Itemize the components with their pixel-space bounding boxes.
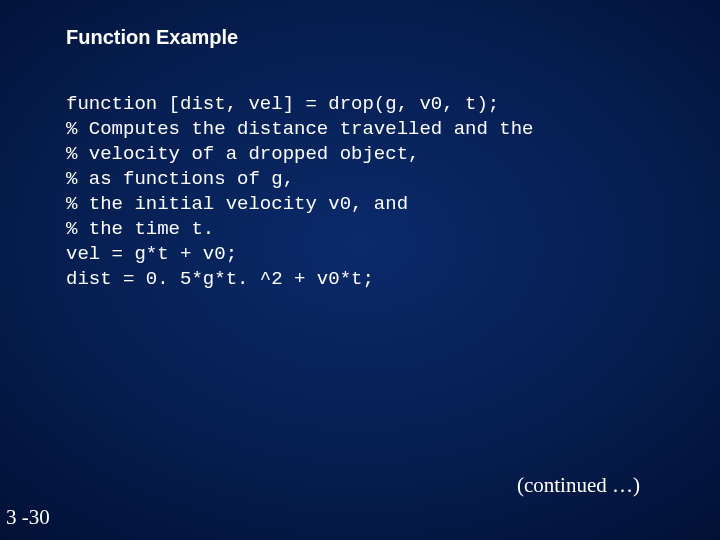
code-block: function [dist, vel] = drop(g, v0, t); %…: [66, 92, 533, 292]
slide-title: Function Example: [66, 26, 238, 49]
page-number: 3 -30: [6, 505, 50, 530]
continued-label: (continued …): [517, 473, 640, 498]
